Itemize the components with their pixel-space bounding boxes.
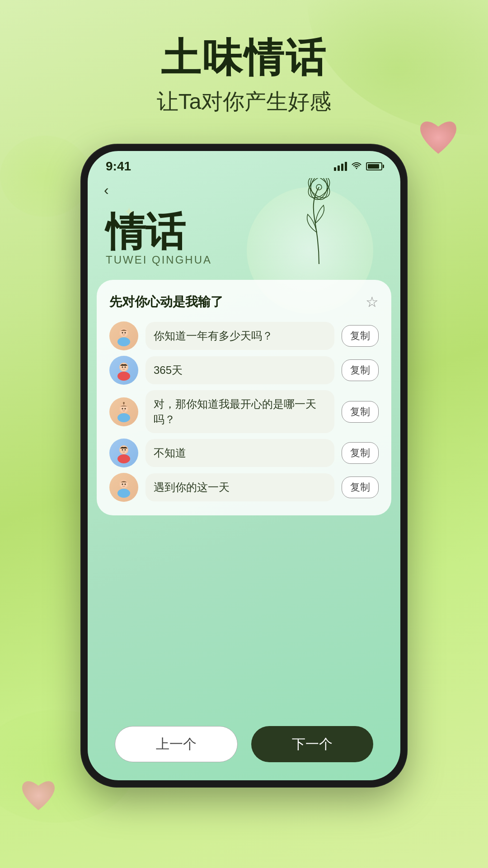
copy-button-3[interactable]: 复制 — [342, 401, 379, 423]
avatar-girl-3 — [109, 473, 138, 502]
chat-bubble-5: 遇到你的这一天 — [145, 473, 334, 501]
copy-button-1[interactable]: 复制 — [342, 325, 379, 347]
back-button[interactable]: ‹ — [104, 182, 109, 198]
svg-point-21 — [117, 454, 130, 463]
bg-decoration-3 — [0, 136, 90, 217]
svg-point-29 — [125, 484, 126, 485]
svg-point-28 — [122, 484, 123, 485]
svg-point-8 — [122, 332, 123, 334]
content-card: 先对你心动是我输了 ☆ — [97, 280, 391, 515]
card-title: 先对你心动是我输了 — [109, 293, 223, 311]
chat-list: 你知道一年有多少天吗？ 复制 — [109, 321, 379, 502]
chat-item: 你知道一年有多少天吗？ 复制 — [109, 321, 379, 350]
chat-bubble-4: 不知道 — [145, 439, 334, 467]
battery-icon — [366, 162, 382, 170]
page-title-sub: 让Ta对你产生好感 — [0, 87, 488, 116]
svg-point-14 — [125, 367, 126, 368]
svg-point-24 — [125, 449, 126, 451]
nav-bar: ‹ ✦ — [88, 177, 400, 203]
copy-button-5[interactable]: 复制 — [342, 476, 379, 498]
phone-frame: 9:41 — [81, 145, 407, 787]
svg-point-19 — [125, 408, 126, 409]
phone-screen: 9:41 — [88, 151, 400, 780]
chat-item: 不知道 复制 — [109, 439, 379, 467]
copy-button-4[interactable]: 复制 — [342, 442, 379, 464]
next-button[interactable]: 下一个 — [251, 726, 373, 762]
svg-point-9 — [125, 332, 126, 334]
favorite-button[interactable]: ☆ — [366, 293, 379, 311]
chat-item: 遇到你的这一天 复制 — [109, 473, 379, 502]
heart-decoration-top — [416, 118, 461, 158]
sparkle-icon: ✦ — [124, 204, 134, 219]
copy-button-2[interactable]: 复制 — [342, 359, 379, 381]
app-title-chinese: 情话 — [106, 212, 382, 252]
chat-item: 对，那你知道我最开心的是哪一天吗？ 复制 — [109, 390, 379, 433]
chat-bubble-2: 365天 — [145, 356, 334, 384]
chat-bubble-1: 你知道一年有多少天吗？ — [145, 322, 334, 350]
svg-point-18 — [122, 408, 123, 409]
app-header: 情话 TUWEI QINGHUA — [88, 203, 400, 266]
avatar-girl-1 — [109, 321, 138, 350]
svg-point-23 — [122, 449, 123, 451]
svg-point-26 — [117, 489, 130, 498]
svg-point-11 — [117, 372, 130, 381]
status-icons — [334, 161, 382, 172]
avatar-boy-1 — [109, 356, 138, 385]
app-title-pinyin: TUWEI QINGHUA — [106, 254, 382, 266]
heart-decoration-bottom — [18, 778, 59, 814]
chat-item: 365天 复制 — [109, 356, 379, 385]
status-time: 9:41 — [106, 159, 131, 174]
svg-point-16 — [117, 413, 130, 422]
wifi-icon — [352, 161, 361, 172]
signal-icon — [334, 162, 347, 171]
chat-bubble-3: 对，那你知道我最开心的是哪一天吗？ — [145, 390, 334, 433]
status-bar: 9:41 — [88, 151, 400, 177]
page-title-main: 土味情话 — [0, 36, 488, 80]
prev-button[interactable]: 上一个 — [115, 726, 238, 762]
svg-point-6 — [117, 337, 130, 346]
bottom-navigation: 上一个 下一个 — [88, 726, 400, 762]
page-header: 土味情话 让Ta对你产生好感 — [0, 0, 488, 134]
avatar-girl-2 — [109, 397, 138, 426]
avatar-boy-2 — [109, 439, 138, 467]
card-header: 先对你心动是我输了 ☆ — [109, 293, 379, 311]
svg-point-13 — [122, 367, 123, 368]
phone-mockup: 9:41 — [81, 145, 407, 787]
